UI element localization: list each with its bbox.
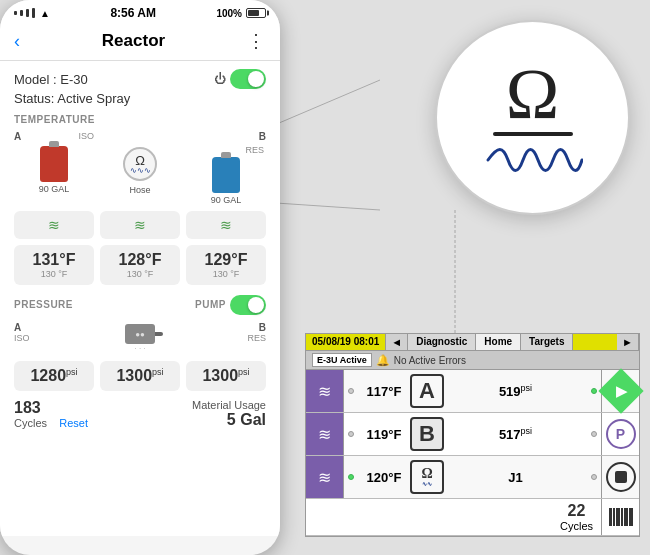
reset-button[interactable]: Reset	[59, 417, 88, 429]
status-dot-q2	[591, 474, 597, 480]
temp-a-sublabel: ISO	[78, 131, 94, 142]
stop-icon-q	[615, 471, 627, 483]
power-icon: ⏻	[214, 72, 226, 86]
canister-a-icon	[40, 146, 68, 182]
zoom-symbol: Ω	[483, 58, 583, 178]
diamond-icon-a: ▶	[615, 383, 626, 399]
wave-small-icon: ∿∿∿	[130, 167, 151, 175]
letter-box-q: Ω ∿∿	[410, 460, 444, 494]
temp-value-b: 129°F 130 °F	[186, 245, 266, 285]
temp-display-b: 119°F	[358, 427, 410, 442]
pressure-value-b: 1300psi	[186, 361, 266, 391]
power-toggle[interactable]	[230, 69, 266, 89]
pump-body-icon: ●●	[125, 324, 155, 344]
pump-spray-icon: · · ·	[134, 344, 145, 353]
temp-item-hose: Ω ∿∿∿ Hose	[100, 131, 180, 205]
pressure-icon-grid: A ISO ●● · · · B RES	[14, 322, 266, 355]
material-label: Material Usage	[192, 399, 266, 411]
temp-value-hose: 128°F 130 °F	[100, 245, 180, 285]
temp-sub-a: 130 °F	[18, 269, 90, 279]
temp-item-b: B RES 90 GAL	[186, 131, 266, 205]
tab-diagnostic[interactable]: Diagnostic	[408, 334, 476, 350]
status-dot-a	[348, 388, 354, 394]
pump-graphic: ●● · · ·	[125, 324, 155, 353]
diamond-button-a[interactable]: ▶	[598, 368, 643, 413]
signal-bar-4	[32, 8, 35, 18]
omega-small-icon: Ω	[135, 154, 145, 167]
letter-box-a: A	[410, 374, 444, 408]
phone-frame: ▲ 8:56 AM 100% ‹ Reactor ⋮ Model : E-30 …	[0, 0, 280, 555]
page-title: Reactor	[102, 31, 165, 51]
back-button[interactable]: ‹	[14, 31, 20, 52]
pump-section-label: PUMP	[195, 299, 226, 310]
more-menu-button[interactable]: ⋮	[247, 30, 266, 52]
canister-b-icon	[212, 157, 240, 193]
cycles-panel-section: 22 Cycles	[552, 502, 601, 532]
heat-cell-2: ≋	[100, 211, 180, 239]
action-cell-a[interactable]: ▶	[601, 370, 639, 412]
omega-large-icon: Ω	[506, 58, 560, 130]
material-value: 5 Gal	[192, 411, 266, 429]
psi-display-b: 517psi	[444, 426, 587, 442]
hose-symbol: Ω ∿∿∿	[130, 154, 151, 175]
heat-cell-panel-q: ≋	[306, 456, 344, 498]
cycles-label: Cycles	[14, 417, 47, 429]
circle-stop-button-q[interactable]	[606, 462, 636, 492]
pressure-item-b: B RES	[186, 322, 266, 355]
status-dot-b2	[591, 431, 597, 437]
panel-nav-right[interactable]: ►	[617, 334, 639, 350]
circle-p-button-b[interactable]: P	[606, 419, 636, 449]
hose-icon-small: Ω ∿∿∿	[123, 147, 157, 181]
dot-cell-b	[344, 431, 358, 437]
barcode-icon	[609, 508, 633, 526]
pressure-value-row: 1280psi 1300psi 1300psi	[14, 361, 266, 391]
panel-last-row: 22 Cycles	[306, 499, 639, 536]
status-time: 8:56 AM	[110, 6, 156, 20]
panel-date: 05/08/19 08:01	[306, 334, 386, 350]
pressure-item-a: A ISO	[14, 322, 94, 355]
temp-icon-grid: A ISO 90 GAL Ω ∿∿∿ Hose	[14, 131, 266, 205]
heat-symbol-1: ≋	[48, 217, 60, 233]
pump-toggle[interactable]	[230, 295, 266, 315]
tab-targets[interactable]: Targets	[521, 334, 573, 350]
temp-a-side: A	[14, 131, 21, 142]
action-cell-b[interactable]: P	[601, 413, 639, 455]
hose-label: Hose	[129, 185, 150, 195]
letter-box-b: B	[410, 417, 444, 451]
cycles-panel-label: Cycles	[560, 520, 593, 532]
panel-row-b: ≋ 119°F B 517psi P	[306, 413, 639, 456]
app-container: ▲ 8:56 AM 100% ‹ Reactor ⋮ Model : E-30 …	[0, 0, 650, 555]
temp-sub-b: 130 °F	[190, 269, 262, 279]
temp-sub-hose: 130 °F	[104, 269, 176, 279]
cycles-section: 183 Cycles Reset	[14, 399, 88, 429]
tab-home[interactable]: Home	[476, 334, 521, 350]
temp-main-a: 131°F	[18, 251, 90, 269]
temp-b-label-row: B	[186, 131, 266, 142]
status-left: ▲	[14, 8, 50, 19]
model-text: Model : E-30	[14, 72, 88, 87]
pressure-value-a: 1280psi	[14, 361, 94, 391]
pressure-value-pump: 1300psi	[100, 361, 180, 391]
barcode-button[interactable]	[601, 499, 639, 535]
control-panel: 05/08/19 08:01 ◄ Diagnostic Home Targets…	[305, 333, 640, 537]
psi-display-a: 519psi	[444, 383, 587, 399]
heat-icon-q: ≋	[318, 468, 331, 487]
toggle-container: ⏻	[214, 69, 266, 89]
panel-header: 05/08/19 08:01 ◄ Diagnostic Home Targets…	[306, 334, 639, 351]
heat-icon-row: ≋ ≋ ≋	[14, 211, 266, 239]
panel-nav-left[interactable]: ◄	[386, 334, 408, 350]
temp-item-a: A ISO 90 GAL	[14, 131, 94, 205]
material-section: Material Usage 5 Gal	[192, 399, 266, 429]
error-text: No Active Errors	[394, 355, 466, 366]
heat-symbol-3: ≋	[220, 217, 232, 233]
status-dot-b	[348, 431, 354, 437]
psi-main-a: 1280psi	[18, 367, 90, 385]
action-cell-q[interactable]	[601, 456, 639, 498]
heat-cell-1: ≋	[14, 211, 94, 239]
heat-cell-panel-b: ≋	[306, 413, 344, 455]
pressure-item-pump: ●● · · ·	[100, 322, 180, 355]
temp-display-q: 120°F	[358, 470, 410, 485]
psi-main-b: 1300psi	[190, 367, 262, 385]
heat-symbol-2: ≋	[134, 217, 146, 233]
signal-bar-1	[14, 11, 17, 15]
